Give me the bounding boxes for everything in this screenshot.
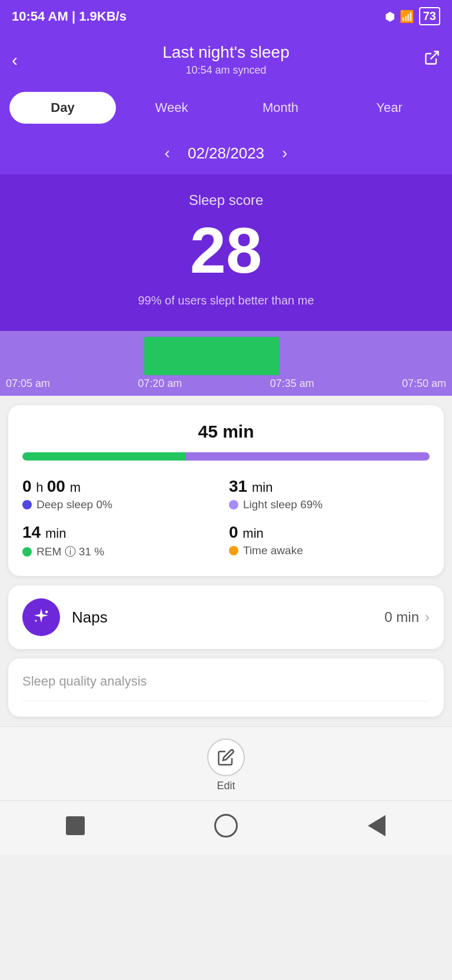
prev-date-button[interactable]: ‹ [165,144,170,163]
bluetooth-icon: ⬢ [385,9,395,24]
sleep-total: 45 min [22,422,430,442]
quality-divider [22,701,430,701]
chart-sleep-bar [144,337,280,375]
rem-sleep-dot [22,547,32,557]
rem-sleep-value: 14 min [22,523,223,542]
light-sleep-label: Light sleep 69% [243,498,323,511]
sleep-stats-card: 45 min 0 h 00 m Deep sleep 0% 31 min [8,405,444,576]
tab-year[interactable]: Year [336,92,443,124]
sleep-progress-bar [22,452,430,461]
sync-time: 10:54 am synced [162,64,289,77]
current-date: 02/28/2023 [188,144,264,163]
light-sleep-stat: 31 min Light sleep 69% [229,477,430,511]
tab-week[interactable]: Week [118,92,225,124]
awake-label: Time awake [243,544,303,557]
status-bar: 10:54 AM | 1.9KB/s ⬢ 📶 73 [0,0,452,32]
chart-time-1: 07:05 am [6,378,50,390]
nav-bar [0,800,452,854]
naps-chevron-icon: › [425,609,430,625]
naps-icon [22,598,60,636]
battery-indicator: 73 [419,7,440,25]
chart-time-2: 07:20 am [138,378,182,390]
sleep-progress-fill [22,452,430,461]
awake-stat: 0 min Time awake [229,523,430,559]
awake-dot [229,546,238,555]
sleep-chart: 07:05 am 07:20 am 07:35 am 07:50 am [0,331,452,396]
sleep-quality-card: Sleep quality analysis [8,658,444,717]
tab-month[interactable]: Month [227,92,334,124]
status-time: 10:54 AM | 1.9KB/s [12,9,127,24]
svg-point-2 [35,620,37,622]
svg-line-0 [431,52,438,59]
awake-value: 0 min [229,523,430,542]
triangle-icon [368,815,385,836]
status-icons: ⬢ 📶 73 [385,7,440,25]
deep-sleep-label: Deep sleep 0% [36,498,112,511]
deep-sleep-stat: 0 h 00 m Deep sleep 0% [22,477,223,511]
sleep-score-section: Sleep score 28 99% of users slept better… [0,174,452,331]
sleep-stats-grid: 0 h 00 m Deep sleep 0% 31 min Light slee… [22,477,430,559]
nav-recents-button[interactable] [360,809,393,842]
back-button[interactable]: ‹ [12,50,18,70]
deep-sleep-value: 0 h 00 m [22,477,223,496]
header: ‹ Last night's sleep 10:54 am synced [0,32,452,82]
naps-value: 0 min [384,609,419,625]
rem-sleep-stat: 14 min REM ⓘ 31 % [22,523,223,559]
edit-icon [217,749,235,766]
deep-sleep-dot [22,500,32,509]
tab-day[interactable]: Day [9,92,116,124]
sleep-score-value: 28 [12,214,440,286]
nav-home-button[interactable] [210,809,242,842]
light-sleep-value: 31 min [229,477,430,496]
rem-sleep-label: REM ⓘ 31 % [36,544,104,559]
tab-bar: Day Week Month Year [0,82,452,135]
chart-time-4: 07:50 am [402,378,446,390]
sleep-score-description: 99% of users slept better than me [12,294,440,307]
edit-label: Edit [0,780,452,792]
naps-card[interactable]: Naps 0 min › [8,585,444,649]
naps-label: Naps [72,608,384,627]
svg-point-1 [45,611,48,614]
sparkle-icon [31,607,52,628]
edit-bar: Edit [0,726,452,800]
next-date-button[interactable]: › [282,144,287,163]
chart-time-3: 07:35 am [270,378,314,390]
date-navigation: ‹ 02/28/2023 › [0,135,452,174]
sleep-quality-label: Sleep quality analysis [22,674,430,689]
chart-time-labels: 07:05 am 07:20 am 07:35 am 07:50 am [0,378,452,390]
header-text: Last night's sleep 10:54 am synced [162,43,289,77]
square-icon [66,816,85,835]
network-icon: 📶 [400,9,414,24]
nav-back-button[interactable] [59,809,92,842]
export-button[interactable] [424,49,440,70]
page-title: Last night's sleep [162,43,289,62]
light-sleep-dot [229,500,238,509]
circle-icon [214,814,238,837]
edit-button[interactable] [207,739,245,776]
sleep-score-label: Sleep score [12,192,440,208]
